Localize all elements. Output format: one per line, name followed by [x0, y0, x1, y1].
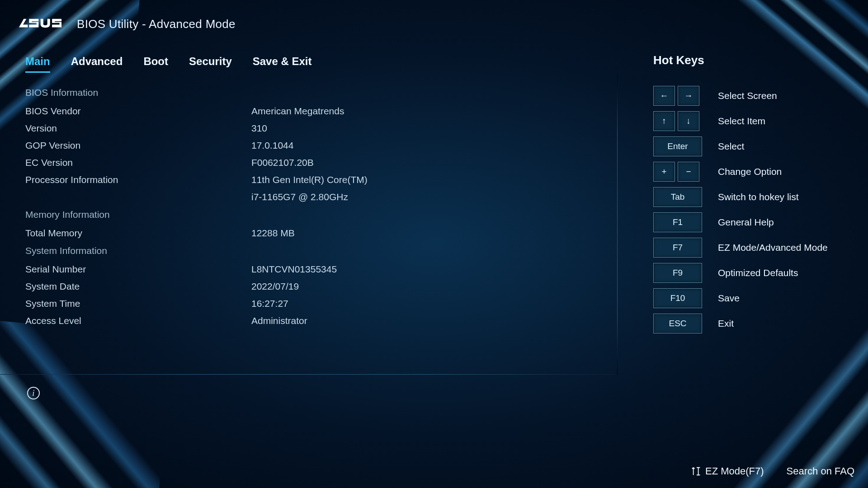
- bios-info-value: 11th Gen Intel(R) Core(TM): [251, 171, 368, 188]
- bios-info-row: i7-1165G7 @ 2.80GHz: [25, 188, 606, 206]
- memory-info-title: Memory Information: [25, 209, 606, 220]
- hotkey-row: EnterSelect: [653, 136, 848, 156]
- info-icon: i: [27, 387, 40, 399]
- hotkey-row: F10Save: [653, 288, 848, 308]
- key-cap: Enter: [653, 136, 702, 156]
- system-info-label: System Date: [25, 278, 251, 295]
- footer: EZ Mode(F7) Search on FAQ: [692, 465, 854, 477]
- hotkey-desc: Select: [718, 141, 744, 152]
- system-info-value: L8NTCVN01355345: [251, 261, 337, 278]
- key-cap: Tab: [653, 187, 702, 207]
- bios-info-label: EC Version: [25, 154, 251, 171]
- hotkey-row: ←→Select Screen: [653, 86, 848, 106]
- hotkeys-panel: ←→Select Screen↑↓Select ItemEnterSelect+…: [653, 86, 848, 333]
- hotkey-desc: Optimized Defaults: [718, 267, 798, 278]
- memory-info-value: 12288 MB: [251, 225, 295, 242]
- bios-info-row: EC VersionF0062107.20B: [25, 154, 606, 171]
- hotkey-row: +−Change Option: [653, 162, 848, 182]
- bios-info-value: 17.0.1044: [251, 137, 293, 154]
- bios-info-row: BIOS VendorAmerican Megatrends: [25, 103, 606, 120]
- key-cap: ←: [653, 86, 675, 106]
- bios-info-title: BIOS Information: [25, 87, 606, 98]
- system-info-row: Serial NumberL8NTCVN01355345: [25, 261, 606, 278]
- system-info-row: Access LevelAdministrator: [25, 312, 606, 329]
- key-cap: F7: [653, 238, 702, 258]
- system-info-value: 2022/07/19: [251, 278, 299, 295]
- bios-info-value: F0062107.20B: [251, 154, 314, 171]
- hotkey-row: TabSwitch to hokey list: [653, 187, 848, 207]
- system-info-row: System Time16:27:27: [25, 295, 606, 312]
- bios-info-row: Version310: [25, 120, 606, 137]
- bios-info-label: [25, 188, 251, 206]
- main-panel: BIOS InformationBIOS VendorAmerican Mega…: [25, 84, 606, 329]
- hotkey-desc: Save: [718, 293, 740, 304]
- hotkey-keys: Tab: [653, 187, 705, 207]
- bios-info-row: Processor Information11th Gen Intel(R) C…: [25, 171, 606, 188]
- hotkey-keys: ESC: [653, 314, 705, 333]
- ez-mode-link[interactable]: EZ Mode(F7): [692, 465, 764, 477]
- key-cap: →: [678, 86, 699, 106]
- key-cap: ESC: [653, 314, 702, 333]
- system-info-label: Access Level: [25, 312, 251, 329]
- header: BIOS Utility - Advanced Mode: [16, 16, 236, 32]
- system-info-value: 16:27:27: [251, 295, 288, 312]
- hotkey-keys: ←→: [653, 86, 705, 106]
- bios-info-value: American Megatrends: [251, 103, 344, 120]
- bios-info-value: i7-1165G7 @ 2.80GHz: [251, 188, 348, 206]
- system-info-label: Serial Number: [25, 261, 251, 278]
- search-faq-label: Search on FAQ: [787, 465, 854, 477]
- hotkey-row: ↑↓Select Item: [653, 111, 848, 131]
- bios-info-label: GOP Version: [25, 137, 251, 154]
- system-info-value: Administrator: [251, 312, 307, 329]
- tab-bar: MainAdvancedBootSecuritySave & Exit: [25, 55, 311, 73]
- hotkey-desc: Select Screen: [718, 90, 777, 101]
- hotkey-desc: Change Option: [718, 166, 782, 177]
- hotkeys-title: Hot Keys: [653, 53, 704, 67]
- tab-main[interactable]: Main: [25, 55, 50, 73]
- tab-save-exit[interactable]: Save & Exit: [253, 55, 312, 73]
- tab-boot[interactable]: Boot: [143, 55, 168, 73]
- hotkey-desc: EZ Mode/Advanced Mode: [718, 242, 828, 253]
- bios-info-row: GOP Version17.0.1044: [25, 137, 606, 154]
- memory-info-row: Total Memory12288 MB: [25, 225, 606, 242]
- bios-info-label: Version: [25, 120, 251, 137]
- system-info-title: System Information: [25, 245, 606, 256]
- bios-info-label: BIOS Vendor: [25, 103, 251, 120]
- hotkey-desc: Switch to hokey list: [718, 192, 799, 202]
- ez-mode-label: EZ Mode(F7): [705, 465, 764, 477]
- bios-info-value: 310: [251, 120, 267, 137]
- horizontal-divider: [0, 374, 615, 375]
- bios-info-label: Processor Information: [25, 171, 251, 188]
- hotkey-row: F1General Help: [653, 212, 848, 232]
- swap-icon: [692, 466, 702, 476]
- tab-advanced[interactable]: Advanced: [71, 55, 123, 73]
- system-info-row: System Date2022/07/19: [25, 278, 606, 295]
- hotkey-desc: Select Item: [718, 116, 765, 127]
- key-cap: F9: [653, 263, 702, 283]
- system-info-label: System Time: [25, 295, 251, 312]
- vertical-divider: [617, 75, 618, 375]
- hotkey-keys: F1: [653, 212, 705, 232]
- hotkey-keys: F7: [653, 238, 705, 258]
- hotkey-keys: ↑↓: [653, 111, 705, 131]
- tab-security[interactable]: Security: [189, 55, 232, 73]
- hotkey-keys: F9: [653, 263, 705, 283]
- memory-info-label: Total Memory: [25, 225, 251, 242]
- page-title: BIOS Utility - Advanced Mode: [77, 17, 236, 31]
- hotkey-row: F7EZ Mode/Advanced Mode: [653, 238, 848, 258]
- brand-logo: [16, 16, 67, 32]
- key-cap: ↑: [653, 111, 675, 131]
- key-cap: −: [678, 162, 699, 182]
- hotkey-desc: Exit: [718, 318, 734, 329]
- key-cap: +: [653, 162, 675, 182]
- hotkey-keys: F10: [653, 288, 705, 308]
- hotkey-row: F9Optimized Defaults: [653, 263, 848, 283]
- key-cap: F10: [653, 288, 702, 308]
- hotkey-desc: General Help: [718, 217, 774, 228]
- key-cap: F1: [653, 212, 702, 232]
- hotkey-row: ESCExit: [653, 314, 848, 333]
- key-cap: ↓: [678, 111, 699, 131]
- hotkey-keys: +−: [653, 162, 705, 182]
- search-faq-link[interactable]: Search on FAQ: [787, 465, 854, 477]
- hotkey-keys: Enter: [653, 136, 705, 156]
